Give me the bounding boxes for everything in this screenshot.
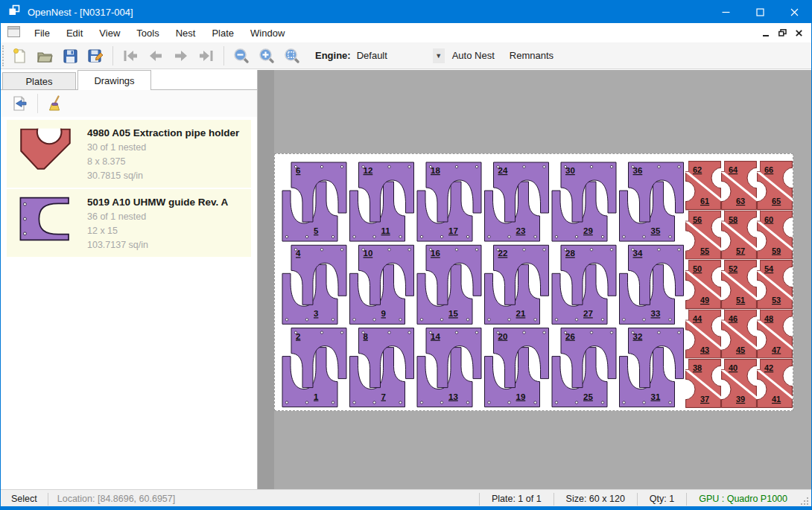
clean-drawings-button[interactable] [43,92,69,115]
chevron-down-icon[interactable]: ▼ [433,48,445,63]
purple-part-pair-2-1[interactable]: 21 [282,328,346,407]
part-number: 42 [764,363,773,372]
menu-window[interactable]: Window [242,25,293,42]
part-number: 7 [381,392,386,401]
menu-nest[interactable]: Nest [168,25,204,42]
part-number: 56 [693,215,702,224]
part-number: 20 [498,332,508,341]
new-file-icon [10,47,28,65]
part-number: 21 [516,309,526,318]
part-number: 32 [633,332,643,341]
purple-part-pair-14-13[interactable]: 1413 [417,328,481,407]
mdi-restore-button[interactable] [774,25,790,40]
menu-plate[interactable]: Plate [203,25,242,42]
engine-dropdown[interactable]: Default ▼ [357,47,445,65]
new-file-button[interactable] [7,45,32,67]
zoom-out-button[interactable] [229,45,254,67]
toolbar-separator [223,46,224,66]
remnants-button[interactable]: Remnants [502,45,561,66]
previous-plate-button[interactable] [143,45,168,67]
menu-bar: FileEditViewToolsNestPlateWindow [1,23,811,42]
part-number: 11 [381,226,391,235]
part-number: 15 [448,309,458,318]
import-arrow-icon [10,95,28,112]
part-number: 38 [693,363,702,372]
part-number: 61 [700,197,709,205]
part-number: 5 [314,226,319,235]
part-number: 49 [700,296,709,305]
title-bar: OpenNest - [N0317-004] [1,1,811,23]
menu-view[interactable]: View [91,25,128,42]
purple-part-pair-22-21[interactable]: 2221 [485,245,549,324]
part-number: 23 [516,226,526,235]
part-number: 53 [772,296,781,305]
drawing-area: 30.7815 sq/in [87,170,239,181]
plate[interactable]: 6512111817242330293635431091615222128273… [274,153,793,411]
engine-label: Engine: [315,50,351,61]
part-number: 57 [736,246,745,255]
purple-part-pair-12-11[interactable]: 1211 [350,162,414,241]
part-number: 37 [700,395,709,404]
close-button[interactable] [777,1,811,23]
purple-part-pair-26-25[interactable]: 2625 [552,328,616,407]
purple-part-pair-24-23[interactable]: 2423 [485,162,549,241]
last-plate-button[interactable] [194,45,219,67]
save-as-button[interactable] [83,45,108,67]
part-number: 59 [772,246,781,255]
purple-part-pair-16-15[interactable]: 1615 [417,245,481,324]
purple-part-pair-32-31[interactable]: 3231 [620,328,684,407]
import-drawing-button[interactable] [7,92,32,115]
first-plate-button[interactable] [118,45,143,67]
drawing-size: 12 x 15 [87,226,228,236]
open-file-icon [36,47,54,65]
maximize-button[interactable] [743,1,777,23]
tab-plates[interactable]: Plates [2,72,76,90]
menu-tools[interactable]: Tools [128,25,167,42]
drawing-size: 8 x 8.375 [87,156,239,167]
purple-part-pair-4-3[interactable]: 43 [282,245,346,324]
save-button[interactable] [57,45,83,67]
purple-part-pair-8-7[interactable]: 87 [350,328,414,407]
part-thumbnail-purple [14,196,77,242]
nest-canvas[interactable]: 6512111817242330293635431091615222128273… [258,70,812,489]
part-number: 24 [498,166,508,175]
part-number: 45 [736,345,745,354]
purple-part-pair-20-19[interactable]: 2019 [485,328,549,407]
purple-part-pair-6-5[interactable]: 65 [282,162,346,241]
auto-nest-button[interactable]: Auto Nest [445,45,502,66]
status-bar: Select Location: [84.8696, 60.6957] Plat… [1,489,811,508]
main-toolbar: Engine: Default ▼ Auto Nest Remnants [1,42,811,69]
part-number: 6 [296,166,300,175]
purple-part-pair-18-17[interactable]: 1817 [417,162,481,241]
purple-part-pair-10-9[interactable]: 109 [350,245,414,324]
resize-grip[interactable] [799,496,810,506]
list-item[interactable]: 4980 A05 Extraction pipe holder 30 of 1 … [7,120,251,188]
document-icon [7,26,20,40]
purple-part-pair-30-29[interactable]: 3029 [552,162,616,241]
drawings-list: 4980 A05 Extraction pipe holder 30 of 1 … [7,120,251,257]
purple-part-pair-36-35[interactable]: 3635 [620,162,684,241]
open-file-button[interactable] [32,45,57,67]
minimize-button[interactable] [708,1,743,23]
drawing-nested: 30 of 1 nested [87,142,239,153]
part-number: 19 [516,392,526,401]
purple-part-pair-34-33[interactable]: 3433 [620,245,684,324]
menu-file[interactable]: File [26,25,58,42]
menu-edit[interactable]: Edit [58,25,91,42]
part-number: 34 [633,249,643,258]
part-number: 27 [583,309,593,318]
part-number: 9 [381,309,386,318]
next-plate-button[interactable] [168,45,194,67]
canvas-shade [258,70,274,489]
mdi-close-button[interactable] [790,25,807,40]
part-number: 28 [565,249,575,258]
zoom-in-button[interactable] [254,45,279,67]
list-item[interactable]: 5019 A10 UHMW guide Rev. A 36 of 1 neste… [7,189,251,257]
part-number: 43 [700,345,709,354]
tab-drawings[interactable]: Drawings [77,70,151,90]
part-number: 39 [736,395,745,404]
mdi-minimize-button[interactable] [758,25,774,40]
part-number: 50 [693,264,702,273]
purple-part-pair-28-27[interactable]: 2827 [552,245,616,324]
zoom-fit-button[interactable] [279,45,305,67]
